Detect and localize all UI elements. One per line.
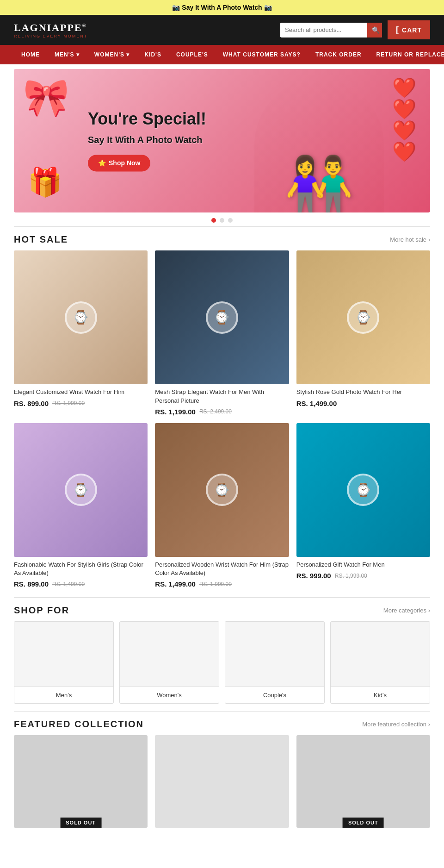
hero-headline: You're Special! Say It With A Photo Watc… (88, 110, 206, 146)
carousel-dot-3[interactable] (228, 218, 233, 223)
search-input[interactable] (280, 23, 367, 37)
featured-card-3[interactable]: SOLD OUT (296, 735, 430, 828)
hot-sale-title: HOT SALE (14, 234, 68, 245)
cart-button[interactable]: [ CART (388, 20, 430, 39)
hot-sale-grid: ⌚ Elegant Customized Wrist Watch For Him… (14, 250, 430, 588)
featured-card-1[interactable]: SOLD OUT (14, 735, 148, 828)
product-name-6: Personalized Gift Watch For Men (296, 561, 430, 569)
price-row-3: RS. 1,499.00 (296, 400, 430, 407)
product-card-2[interactable]: ⌚ Mesh Strap Elegant Watch For Men With … (155, 250, 289, 416)
balloon-4: ❤️ (392, 142, 416, 162)
category-mens[interactable]: Men's (14, 621, 114, 704)
watch-icon-6: ⌚ (347, 474, 379, 506)
logo-area[interactable]: LAGNIAPPE® RELIVING EVERY MOMENT (14, 22, 87, 38)
logo-tagline: RELIVING EVERY MOMENT (14, 34, 87, 38)
category-mens-image (14, 622, 113, 687)
product-name-4: Fashionable Watch For Stylish Girls (Str… (14, 561, 148, 577)
category-womens-image (120, 622, 219, 687)
category-kids-label: Kid's (331, 687, 430, 703)
balloon-3: ❤️ (392, 121, 416, 140)
cart-bracket-left: [ (396, 25, 399, 35)
price-row-2: RS. 1,199.00 RS. 2,499.00 (155, 408, 289, 416)
watch-icon-3: ⌚ (347, 301, 379, 334)
featured-grid: SOLD OUT SOLD OUT (14, 735, 430, 828)
product-card-3[interactable]: ⌚ Stylish Rose Gold Photo Watch For Her … (296, 250, 430, 416)
watch-icon-5: ⌚ (206, 474, 238, 506)
nav-couples[interactable]: COUPLE'S (169, 45, 216, 64)
product-name-3: Stylish Rose Gold Photo Watch For Her (296, 388, 430, 396)
featured-image-2 (155, 735, 289, 828)
product-card-1[interactable]: ⌚ Elegant Customized Wrist Watch For Him… (14, 250, 148, 416)
product-image-3: ⌚ (296, 250, 430, 384)
search-box: 🔍 (280, 23, 382, 37)
watch-display-1: ⌚ (14, 250, 148, 384)
header: LAGNIAPPE® RELIVING EVERY MOMENT 🔍 [ CAR… (0, 15, 444, 45)
nav-mens[interactable]: MEN'S ▾ (47, 45, 87, 64)
category-kids[interactable]: Kid's (330, 621, 430, 704)
watch-display-6: ⌚ (296, 423, 430, 557)
featured-header: FEATURED COLLECTION More featured collec… (14, 719, 430, 730)
category-couples-image (225, 622, 324, 687)
featured-more[interactable]: More featured collection › (362, 721, 430, 728)
divider-1 (14, 226, 430, 227)
hot-sale-header: HOT SALE More hot sale › (14, 234, 430, 245)
ribbon-decoration: 🎀 (23, 76, 69, 119)
nav-womens[interactable]: WOMEN'S ▾ (87, 45, 137, 64)
category-couples[interactable]: Couple's (225, 621, 325, 704)
watch-display-4: ⌚ (14, 423, 148, 557)
featured-image-1: SOLD OUT (14, 735, 148, 828)
product-name-5: Personalized Wooden Wrist Watch For Him … (155, 561, 289, 577)
product-card-6[interactable]: ⌚ Personalized Gift Watch For Men RS. 99… (296, 423, 430, 588)
hot-sale-more[interactable]: More hot sale › (390, 236, 430, 243)
product-name-2: Mesh Strap Elegant Watch For Men With Pe… (155, 388, 289, 405)
featured-title: FEATURED COLLECTION (14, 719, 144, 730)
shop-for-header: SHOP FOR More categories › (14, 605, 430, 616)
shop-for-title: SHOP FOR (14, 605, 69, 616)
product-card-4[interactable]: ⌚ Fashionable Watch For Stylish Girls (S… (14, 423, 148, 588)
nav-home[interactable]: HOME (14, 45, 47, 64)
hero-banner: 🎀 🎁 You're Special! Say It With A Photo … (14, 69, 430, 212)
divider-3 (14, 711, 430, 712)
featured-card-2[interactable] (155, 735, 289, 828)
watch-icon-4: ⌚ (65, 474, 97, 506)
logo-name: LAGNIAPPE® (14, 22, 87, 34)
carousel-dots (0, 218, 444, 223)
divider-2 (14, 597, 430, 598)
product-image-4: ⌚ (14, 423, 148, 557)
price-row-6: RS. 999.00 RS. 1,999.00 (296, 572, 430, 580)
price-current-4: RS. 899.00 (14, 580, 49, 588)
announcement-text: 📷 Say It With A Photo Watch 📷 (172, 4, 271, 11)
hero-people: 👫 (254, 78, 384, 212)
shop-for-grid: Men's Women's Couple's Kid's (14, 621, 430, 704)
carousel-dot-2[interactable] (220, 218, 224, 223)
sold-out-badge-1: SOLD OUT (60, 818, 101, 828)
search-button[interactable]: 🔍 (367, 23, 382, 37)
price-row-5: RS. 1,499.00 RS. 1,999.00 (155, 580, 289, 588)
product-card-5[interactable]: ⌚ Personalized Wooden Wrist Watch For Hi… (155, 423, 289, 588)
price-row-4: RS. 899.00 RS. 1,499.00 (14, 580, 148, 588)
price-row-1: RS. 899.00 RS. 1,999.00 (14, 400, 148, 407)
navigation: HOME MEN'S ▾ WOMEN'S ▾ KID'S COUPLE'S WH… (0, 45, 444, 64)
nav-customer-says[interactable]: WHAT CUSTOMER SAYS? (216, 45, 308, 64)
price-original-5: RS. 1,999.00 (199, 581, 232, 587)
price-current-2: RS. 1,199.00 (155, 408, 196, 416)
carousel-dot-1[interactable] (211, 218, 216, 223)
nav-track-order[interactable]: TRACK ORDER (308, 45, 369, 64)
nav-return[interactable]: RETURN OR REPLACE (369, 45, 444, 64)
product-image-5: ⌚ (155, 423, 289, 557)
price-original-6: RS. 1,999.00 (335, 573, 367, 579)
watch-display-5: ⌚ (155, 423, 289, 557)
category-mens-label: Men's (14, 687, 113, 703)
watch-display-2: ⌚ (155, 250, 289, 384)
shop-for-more[interactable]: More categories › (383, 607, 430, 614)
category-womens[interactable]: Women's (119, 621, 219, 704)
price-current-1: RS. 899.00 (14, 400, 49, 407)
header-right: 🔍 [ CART (280, 20, 430, 39)
nav-kids[interactable]: KID'S (137, 45, 169, 64)
price-current-3: RS. 1,499.00 (296, 400, 337, 407)
product-name-1: Elegant Customized Wrist Watch For Him (14, 388, 148, 396)
shop-now-button[interactable]: ⭐ Shop Now (88, 155, 150, 172)
balloon-1: ❤️ (392, 78, 416, 98)
balloon-2: ❤️ (392, 100, 416, 119)
product-image-6: ⌚ (296, 423, 430, 557)
